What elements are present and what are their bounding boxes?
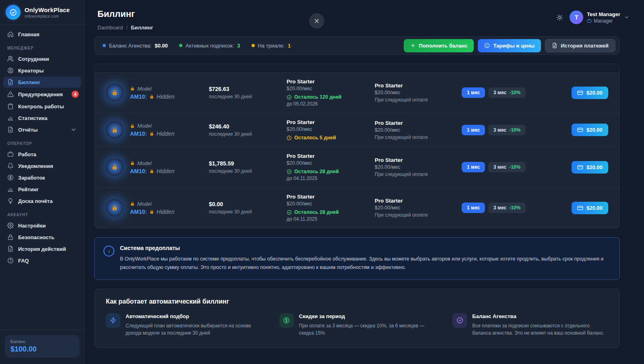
- sidebar-item-work-control[interactable]: Контроль работы: [3, 101, 81, 112]
- status-icon: [287, 95, 292, 100]
- model-label: Model: [137, 201, 151, 207]
- model-id: AM10:: [130, 93, 147, 100]
- income-caption: последние 30 дней: [209, 131, 287, 137]
- period-1month-button[interactable]: 1 мес: [462, 203, 485, 213]
- sidebar-item-label: Уведомления: [18, 163, 53, 169]
- next-plan-price: $20.00/мес: [375, 127, 462, 133]
- feature-auto-selection: Автоматический подбор Следующий план авт…: [106, 313, 262, 337]
- period-3months-button[interactable]: 3 мес -10%: [488, 87, 526, 98]
- status-icon: [287, 135, 292, 141]
- actions-cell: $20.00: [560, 124, 608, 136]
- stat-label: На триале:: [258, 43, 285, 49]
- period-3months-button[interactable]: 3 мес -10%: [488, 125, 526, 135]
- model-avatar[interactable]: [106, 199, 124, 217]
- model-label: Model: [137, 160, 151, 166]
- sidebar-item-label: История действий: [18, 246, 66, 252]
- pay-button[interactable]: $20.00: [572, 161, 608, 174]
- stat-dot: [179, 44, 182, 47]
- sidebar-item-statistics[interactable]: Статистика: [3, 112, 81, 124]
- model-avatar[interactable]: [106, 84, 124, 101]
- next-plan-price: $20.00/мес: [375, 90, 462, 95]
- next-plan-cell: Pro Starter $20.00/мес При следующей опл…: [375, 157, 462, 177]
- discount-label: -10%: [509, 164, 520, 170]
- breadcrumb-dashboard[interactable]: Dashboard: [97, 25, 123, 31]
- sidebar-item-notifications[interactable]: Уведомления: [3, 160, 81, 172]
- period-3months-button[interactable]: 3 мес -10%: [488, 162, 526, 172]
- model-hidden-label: Hidden: [157, 93, 174, 100]
- sidebar-item-settings[interactable]: Настройки: [3, 220, 81, 231]
- current-subscription-cell: Pro Starter $20.00/мес Осталось 5 дней: [287, 119, 375, 141]
- current-plan-price: $20.00/мес: [287, 126, 375, 132]
- avatar: T: [570, 10, 583, 24]
- next-plan-caption: При следующей оплате: [375, 172, 462, 177]
- pay-button[interactable]: $20.00: [572, 87, 608, 99]
- topup-balance-button[interactable]: Пополнить баланс: [404, 39, 474, 52]
- briefcase-icon: [7, 151, 14, 157]
- income-cell: $726.63 последние 30 дней: [209, 86, 287, 99]
- next-plan-cell: Pro Starter $20.00/мес При следующей опл…: [375, 198, 462, 218]
- lock-icon: [149, 94, 154, 99]
- sidebar-item-label: Биллинг: [18, 79, 40, 85]
- sidebar-item-work[interactable]: Работа: [3, 149, 81, 160]
- sidebar-item-warnings[interactable]: Предупреждения 4: [3, 88, 81, 100]
- model-avatar[interactable]: [106, 158, 124, 176]
- model-hidden-label: Hidden: [157, 209, 174, 215]
- period-1month-button[interactable]: 1 мес: [462, 162, 485, 172]
- sidebar-item-home[interactable]: Главная: [3, 29, 81, 40]
- payment-period-cell: 1 мес 3 мес -10%: [462, 87, 560, 98]
- sidebar-item-employees[interactable]: Сотрудники: [3, 53, 81, 64]
- model-avatar[interactable]: [106, 121, 124, 139]
- file-text-icon: [552, 43, 557, 48]
- model-id: AM10:: [130, 209, 147, 215]
- sidebar-item-rating[interactable]: Рейтинг: [3, 184, 81, 195]
- period-3months-button[interactable]: 3 мес -10%: [488, 203, 526, 213]
- tariffs-button[interactable]: Тарифы и цены: [478, 39, 541, 52]
- actions-cell: $20.00: [560, 202, 608, 214]
- bar-chart-icon: [7, 115, 14, 121]
- warnings-count-badge: 4: [72, 91, 79, 98]
- current-subscription-cell: Pro Starter $20.00/мес Осталось 120 дней…: [287, 79, 375, 107]
- user-name: Test Manager: [587, 11, 620, 17]
- sidebar-item-faq[interactable]: FAQ: [3, 255, 81, 266]
- page-header: Биллинг Dashboard / Биллинг T Test Manag…: [85, 0, 644, 36]
- page-title: Биллинг: [97, 9, 153, 19]
- close-button[interactable]: [309, 13, 324, 29]
- sidebar-item-security[interactable]: Безопасность: [3, 232, 81, 243]
- breadcrumb-separator: /: [126, 25, 128, 31]
- user-menu[interactable]: T Test Manager Manager: [570, 10, 630, 24]
- sidebar-item-honor-board[interactable]: Доска почёта: [3, 195, 81, 207]
- sidebar-item-billing[interactable]: Биллинг: [3, 77, 81, 88]
- period-1month-button[interactable]: 1 мес: [462, 125, 485, 135]
- next-plan-name: Pro Starter: [375, 157, 462, 163]
- prepayment-info-box: Система предоплаты В OnlyWorkPlace мы ра…: [94, 237, 620, 280]
- sidebar-item-creators[interactable]: Креаторы: [3, 65, 81, 76]
- current-plan-name: Pro Starter: [287, 153, 375, 159]
- payment-history-button[interactable]: История платежей: [545, 39, 615, 52]
- sidebar-item-action-history[interactable]: История действий: [3, 243, 81, 254]
- info-circle-icon: [484, 43, 490, 48]
- theme-toggle-button[interactable]: [556, 14, 563, 21]
- lock-icon: [7, 234, 14, 240]
- sidebar-item-reports[interactable]: Отчёты: [3, 124, 81, 135]
- how-billing-works-title: Как работает автоматический биллинг: [106, 298, 608, 305]
- billing-file-icon: [7, 79, 14, 85]
- feature-agency-balance: Баланс Агенства Все платежи за подписки …: [452, 313, 608, 337]
- subscription-until: до 04.11.2025: [287, 176, 375, 181]
- feature-period-discounts: Скидки за период При оплате за 3 месяца …: [279, 313, 435, 337]
- income-amount: $0.00: [209, 201, 287, 207]
- pay-button[interactable]: $20.00: [572, 124, 608, 136]
- close-icon: [314, 18, 320, 24]
- warning-triangle-icon: [7, 91, 14, 97]
- next-plan-cell: Pro Starter $20.00/мес При следующей опл…: [375, 120, 462, 140]
- period-1month-button[interactable]: 1 мес: [462, 87, 485, 98]
- gear-icon: [7, 222, 14, 229]
- lock-icon: [111, 205, 118, 211]
- sidebar-item-label: Главная: [18, 31, 39, 37]
- sidebar-item-earnings[interactable]: Заработок: [3, 172, 81, 183]
- sidebar-item-label: Безопасность: [18, 234, 54, 240]
- lock-icon: [130, 124, 135, 128]
- lock-icon: [149, 131, 154, 136]
- section-label-manager: МЕНЕДЖЕР: [0, 40, 84, 53]
- brand[interactable]: OnlyWorkPlace onlyworkplace.com: [0, 0, 84, 25]
- pay-button[interactable]: $20.00: [572, 202, 608, 214]
